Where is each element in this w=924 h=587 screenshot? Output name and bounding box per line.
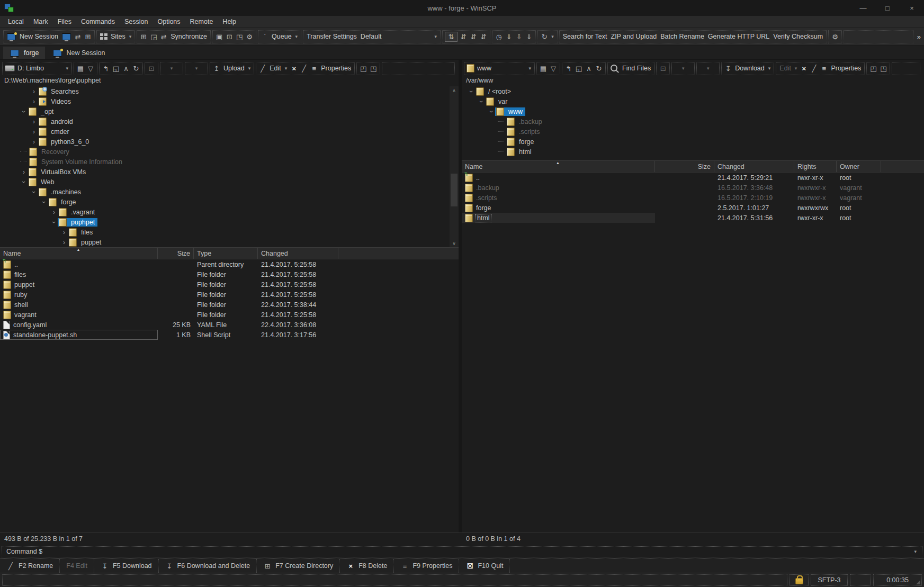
open-in-explorer-icon[interactable]: ◳ [369,65,378,72]
rename-icon[interactable]: ╱ [810,65,818,72]
file-row-forge[interactable]: forge2.5.2017. 1:01:27rwxrwxrwxroot [462,203,924,213]
new-icon[interactable]: ◰ [359,65,367,72]
download-button[interactable]: Download [734,65,766,72]
tree-node-virtualbox-vms[interactable]: ›VirtualBox VMs [0,167,459,177]
properties-button[interactable]: Properties [830,65,862,72]
tab-new-session[interactable]: New Session [46,47,111,59]
windows-icon[interactable]: ⊞ [84,33,92,40]
expand-icon[interactable]: › [30,119,38,125]
close-button[interactable]: × [900,0,924,16]
f2-rename-button[interactable]: ╱F2 Rename [0,559,60,573]
tree-node-forge[interactable]: forge [462,137,924,147]
edit-button[interactable]: Edit [268,65,282,72]
tree-node-opt[interactable]: ›_opt [0,106,459,116]
upload-button[interactable]: Upload [222,65,246,72]
tree-scrollbar[interactable]: ∧∨ [450,86,459,247]
tree-node-scripts[interactable]: .scripts [462,127,924,137]
f6-download-and-delete-button[interactable]: ↧F6 Download and Delete [159,559,257,573]
upload-dropdown[interactable]: ▾ [247,66,252,71]
queue-dropdown[interactable]: ▾ [294,34,299,39]
collapse-icon[interactable]: › [478,98,485,105]
tree-node-backup[interactable]: .backup [462,116,924,127]
transfer-settings-label[interactable]: Transfer Settings [306,33,358,40]
tree-node-recovery[interactable]: Recovery [0,147,459,157]
file-row-files[interactable]: filesFile folder21.4.2017. 5:25:58 [0,269,459,279]
add-to-queue-icon[interactable]: ⇩ [515,33,523,40]
tree-node-machines[interactable]: ›.machines [0,187,459,197]
new-session-button[interactable]: New Session [19,33,59,40]
filter-icon[interactable]: ▽ [549,65,558,72]
drive-icon[interactable] [5,65,15,71]
tree-node-html[interactable]: html [462,147,924,157]
tree-node-videos[interactable]: ›Videos [0,96,459,106]
parent-directory-icon[interactable]: ↰ [102,65,110,72]
tree-node-www[interactable]: ›www [462,106,924,116]
cycle-icon[interactable]: ↻ [540,33,549,40]
root-directory-icon[interactable]: ◱ [575,65,583,72]
generate-http-url-button[interactable]: Generate HTTP URL [707,33,770,40]
collapse-icon[interactable]: › [468,88,474,95]
delete-icon[interactable]: × [290,65,298,72]
refresh-icon[interactable]: ↻ [595,65,603,72]
f9-properties-button[interactable]: ≡F9 Properties [394,559,459,573]
edit-dropdown[interactable]: ▾ [794,66,799,71]
collapse-icon[interactable]: › [31,188,37,196]
expand-icon[interactable]: › [30,139,38,145]
properties-icon[interactable]: ≡ [820,65,828,72]
menu-remote[interactable]: Remote [185,18,218,25]
keep-up-to-date-icon[interactable]: ⊞ [139,33,148,40]
transfer-options-icon[interactable]: ⇅ [445,32,457,42]
transfer-mode-auto-icon[interactable]: ⇵ [479,33,488,40]
file-row-item[interactable]: ..Parent directory21.4.2017. 5:25:58 [0,259,459,269]
column-header-size[interactable]: Size [655,161,714,172]
upload-icon[interactable]: ↥ [212,65,221,72]
file-row-vagrant[interactable]: vagrantFile folder21.4.2017. 5:25:58 [0,310,459,320]
remote-folder-icon[interactable] [467,64,474,73]
file-row-standalone-puppet-sh[interactable]: standalone-puppet.sh1 KBShell Script21.4… [0,330,459,340]
search-for-text-button[interactable]: Search for Text [562,33,608,40]
open-in-explorer-icon[interactable]: ◳ [879,65,887,72]
expand-icon[interactable]: › [30,98,38,105]
tree-node-root[interactable]: ›/ <root> [462,86,924,96]
resize-grip[interactable] [916,580,920,584]
filter-icon[interactable]: ▽ [86,65,95,72]
menu-local[interactable]: Local [3,18,29,25]
list-empty-area[interactable] [462,223,924,532]
menu-commands[interactable]: Commands [76,18,120,25]
cycle-dropdown[interactable]: ▾ [550,34,555,39]
explore-icon[interactable]: ◳ [235,33,244,40]
drive-label[interactable]: D: Limbo [16,65,45,72]
tree-node-web[interactable]: ›Web [0,177,459,187]
home-directory-icon[interactable]: ∧ [122,65,130,72]
properties-icon[interactable]: ≡ [310,65,318,72]
transfer-settings-value[interactable]: Default [360,33,383,40]
tree-node-puphpet[interactable]: ›puphpet [0,217,459,227]
menu-session[interactable]: Session [120,18,152,25]
collapse-icon[interactable]: › [21,178,27,186]
tree-node-forge[interactable]: ›forge [0,197,459,207]
file-row-config-yaml[interactable]: config.yaml25 KBYAML File22.4.2017. 3:36… [0,320,459,330]
column-header-name[interactable]: ▲Name [462,161,655,172]
remote-path-label[interactable]: www [476,65,492,72]
reconnect-session-icon[interactable]: ⇄ [74,33,82,40]
zip-and-upload-button[interactable]: ZIP and Upload [610,33,658,40]
column-header-owner[interactable]: Owner [837,161,881,172]
expand-icon[interactable]: › [20,169,28,175]
column-header-changed[interactable]: Changed [258,248,338,259]
collapse-icon[interactable]: › [41,198,47,206]
column-header-rights[interactable]: Rights [794,161,837,172]
parent-directory-icon[interactable]: ↰ [564,65,573,72]
synchronize-button[interactable]: Synchronize [169,33,208,40]
console-icon[interactable]: ▣ [215,33,223,40]
tree-node-files[interactable]: ›files [0,227,459,237]
scrollbar-thumb[interactable] [451,174,457,206]
column-header-size[interactable]: Size [158,248,194,259]
expand-icon[interactable]: › [50,209,58,215]
duplicate-session-icon[interactable] [62,33,71,40]
edit-icon[interactable]: ╱ [258,65,267,72]
find-files-button[interactable]: Find Files [621,65,652,72]
file-row-shell[interactable]: shellFile folder22.4.2017. 5:38:44 [0,300,459,310]
encryption-status[interactable] [790,574,809,586]
back-history-dropdown[interactable]: ▾ [169,66,174,71]
collapse-icon[interactable]: › [21,108,27,115]
